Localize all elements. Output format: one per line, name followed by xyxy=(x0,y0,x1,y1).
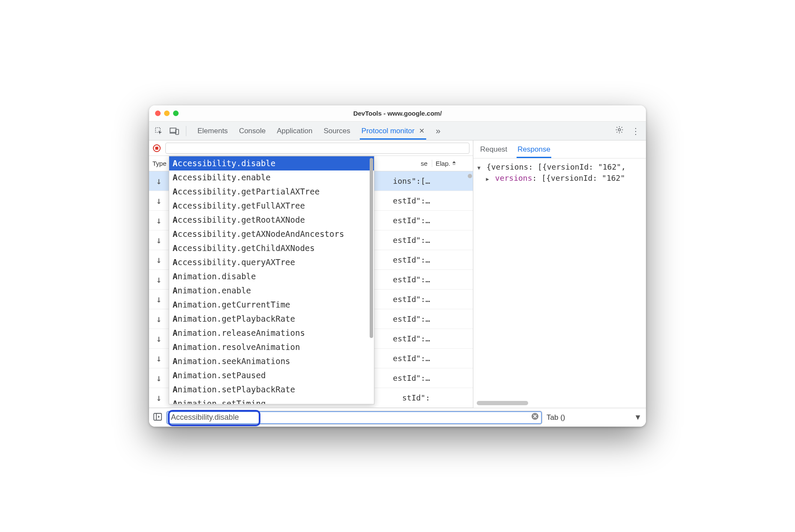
zoom-window-button[interactable] xyxy=(173,111,179,116)
minimize-window-button[interactable] xyxy=(164,111,170,116)
tab-elements[interactable]: Elements xyxy=(196,123,230,140)
filter-input[interactable] xyxy=(165,143,469,154)
json-child[interactable]: versions: [{versionId: "162" xyxy=(476,173,643,184)
tab-sources[interactable]: Sources xyxy=(322,123,352,140)
window-title: DevTools - www.google.com/ xyxy=(149,110,646,117)
sent-arrow-icon: ↓ xyxy=(149,215,168,226)
scrollbar-indicator[interactable] xyxy=(468,174,472,178)
content: Type se Elap. ↓ions":[…↓estId":…↓estId":… xyxy=(149,140,646,408)
autocomplete-item[interactable]: Animation.seekAnimations xyxy=(169,354,374,368)
tab-application[interactable]: Application xyxy=(275,123,314,140)
devtools-window: DevTools - www.google.com/ Elements Cons… xyxy=(149,105,646,427)
autocomplete-item[interactable]: Animation.setTiming xyxy=(169,397,374,404)
command-bar: Tab () ▼ xyxy=(149,408,646,427)
autocomplete-item[interactable]: Animation.setPaused xyxy=(169,368,374,383)
sort-icon xyxy=(452,161,456,166)
autocomplete-item[interactable]: Accessibility.getFullAXTree xyxy=(169,199,374,213)
sent-arrow-icon: ↓ xyxy=(149,235,168,245)
autocomplete-item[interactable]: Animation.enable xyxy=(169,284,374,298)
sent-arrow-icon: ↓ xyxy=(149,392,168,403)
panel-tabs: Elements Console Application Sources Pro… xyxy=(191,123,442,140)
titlebar: DevTools - www.google.com/ xyxy=(149,105,646,122)
autocomplete-item[interactable]: Animation.getPlaybackRate xyxy=(169,312,374,326)
autocomplete-item[interactable]: Accessibility.queryAXTree xyxy=(169,255,374,269)
kebab-menu-icon[interactable]: ⋮ xyxy=(629,123,643,139)
tab-protocol-monitor-label: Protocol monitor xyxy=(362,127,415,135)
autocomplete-item[interactable]: Accessibility.getChildAXNodes xyxy=(169,241,374,255)
command-input-wrap xyxy=(166,411,542,424)
autocomplete-item[interactable]: Accessibility.getRootAXNode xyxy=(169,213,374,227)
filter-row xyxy=(149,140,473,156)
details-tabs: Request Response xyxy=(473,140,646,158)
tab-hint: Tab () xyxy=(547,413,630,422)
command-input[interactable] xyxy=(166,411,542,424)
svg-rect-6 xyxy=(154,413,161,420)
details-pane: Request Response {versions: [{versionId:… xyxy=(473,140,646,408)
autocomplete-item[interactable]: Animation.disable xyxy=(169,269,374,284)
autocomplete-popup: Accessibility.disableAccessibility.enabl… xyxy=(169,156,374,404)
sent-arrow-icon: ↓ xyxy=(149,254,168,265)
autocomplete-item[interactable]: Animation.getCurrentTime xyxy=(169,298,374,312)
autocomplete-item[interactable]: Accessibility.enable xyxy=(169,170,374,185)
close-window-button[interactable] xyxy=(155,111,161,116)
toolbar: Elements Console Application Sources Pro… xyxy=(149,122,646,140)
tab-request[interactable]: Request xyxy=(479,141,508,158)
protocol-table-pane: Type se Elap. ↓ions":[…↓estId":…↓estId":… xyxy=(149,140,473,408)
drawer-toggle-icon[interactable] xyxy=(153,413,162,422)
divider xyxy=(186,126,186,136)
autocomplete-scrollbar[interactable] xyxy=(370,158,373,355)
tab-response[interactable]: Response xyxy=(517,141,551,158)
autocomplete-item[interactable]: Animation.setPlaybackRate xyxy=(169,383,374,397)
svg-point-3 xyxy=(618,129,620,131)
header-elapsed[interactable]: Elap. xyxy=(432,160,473,167)
expand-icon[interactable] xyxy=(484,173,490,184)
autocomplete-item[interactable]: Animation.resolveAnimation xyxy=(169,340,374,354)
autocomplete-item[interactable]: Accessibility.getPartialAXTree xyxy=(169,185,374,199)
sent-arrow-icon: ↓ xyxy=(149,333,168,344)
horizontal-scrollbar[interactable] xyxy=(477,401,528,405)
autocomplete-item[interactable]: Accessibility.getAXNodeAndAncestors xyxy=(169,227,374,241)
sent-arrow-icon: ↓ xyxy=(149,353,168,364)
header-type[interactable]: Type xyxy=(149,160,168,167)
sent-arrow-icon: ↓ xyxy=(149,274,168,285)
received-arrow-icon: ↓ xyxy=(149,176,168,186)
sent-arrow-icon: ↓ xyxy=(149,195,168,206)
inspect-element-icon[interactable] xyxy=(152,125,165,137)
expand-icon[interactable] xyxy=(476,162,482,173)
autocomplete-item[interactable]: Accessibility.disable xyxy=(169,156,374,170)
settings-icon[interactable] xyxy=(613,123,626,139)
record-button[interactable] xyxy=(152,144,161,152)
response-body: {versions: [{versionId: "162", versions:… xyxy=(473,158,646,408)
device-toolbar-icon[interactable] xyxy=(168,125,181,137)
tab-protocol-monitor[interactable]: Protocol monitor ✕ xyxy=(360,123,427,140)
clear-input-icon[interactable] xyxy=(531,412,539,422)
sent-arrow-icon: ↓ xyxy=(149,314,168,324)
sent-arrow-icon: ↓ xyxy=(149,294,168,305)
tab-console[interactable]: Console xyxy=(237,123,267,140)
svg-rect-5 xyxy=(155,146,158,149)
autocomplete-item[interactable]: Animation.releaseAnimations xyxy=(169,326,374,340)
more-tabs-icon[interactable]: » xyxy=(434,124,442,137)
svg-rect-1 xyxy=(170,128,176,132)
dropdown-caret-icon[interactable]: ▼ xyxy=(634,413,642,422)
close-tab-icon[interactable]: ✕ xyxy=(419,127,424,134)
traffic-lights xyxy=(149,111,179,116)
sent-arrow-icon: ↓ xyxy=(149,373,168,383)
json-root[interactable]: {versions: [{versionId: "162", xyxy=(476,162,643,173)
